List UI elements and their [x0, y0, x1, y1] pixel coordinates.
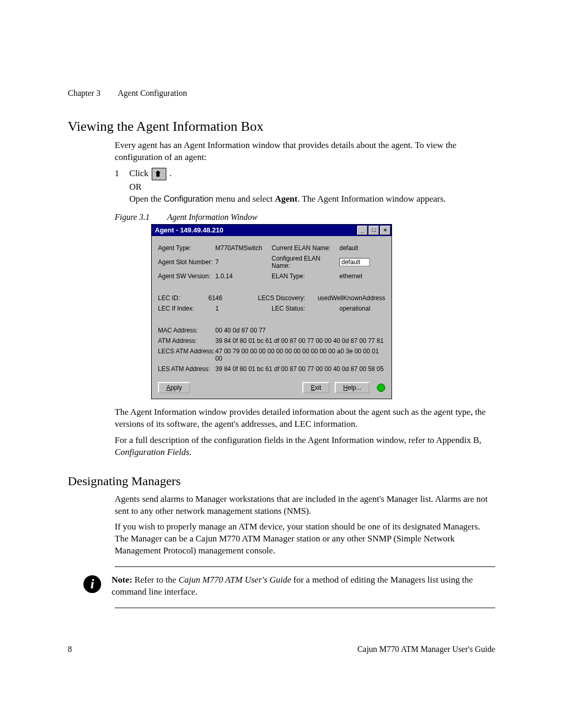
- help-button[interactable]: Help...: [335, 382, 370, 393]
- label-atm: ATM Address:: [158, 337, 215, 344]
- step-number: 1: [115, 168, 129, 180]
- value-lecs-discovery: usedWellKnownAddress: [317, 294, 385, 302]
- label-configured-elan: Configured ELAN Name:: [272, 255, 339, 269]
- chapter-label: Chapter 3: [68, 89, 101, 97]
- step-click-text: Click: [129, 168, 149, 178]
- label-lecs-discovery: LECS Discovery:: [258, 294, 317, 302]
- value-agent-sw: 1.0.14: [215, 273, 272, 280]
- value-agent-slot: 7: [215, 258, 272, 266]
- value-lecs-atm: 47 00 79 00 00 00 00 00 00 00 00 00 00 0…: [215, 348, 385, 362]
- page-header: Chapter 3 Agent Configuration: [68, 89, 495, 98]
- value-lec-if: 1: [215, 305, 272, 312]
- intro-paragraph: Every agent has an Agent Information win…: [115, 140, 495, 164]
- label-lec-id: LEC ID:: [158, 294, 209, 302]
- book-title: Cajun M770 ATM Manager User's Guide: [115, 645, 495, 654]
- value-lec-status: operational: [339, 305, 385, 312]
- maximize-button[interactable]: □: [369, 226, 379, 235]
- close-button[interactable]: ×: [380, 226, 390, 235]
- step-1: 1 Click .: [115, 168, 495, 180]
- label-mac: MAC Address:: [158, 327, 215, 334]
- value-atm: 39 84 0f 80 01 bc 61 df 00 87 00 77 00 0…: [215, 337, 385, 344]
- label-lecs-atm: LECS ATM Address:: [158, 348, 215, 362]
- note-guide-title: Cajun M770 ATM User's Guide: [178, 575, 291, 585]
- apply-button[interactable]: Apply: [158, 382, 190, 393]
- page-footer: 8 Cajun M770 ATM Manager User's Guide: [68, 645, 495, 654]
- value-mac: 00 40 0d 87 00 77: [215, 327, 385, 334]
- section-heading-viewing: Viewing the Agent Information Box: [68, 119, 495, 134]
- label-agent-slot: Agent Slot Number:: [158, 258, 215, 266]
- label-lec-status: LEC Status:: [272, 305, 339, 312]
- figure-title: Agent Information Window: [167, 213, 258, 221]
- value-agent-type: M770ATMSwitch: [215, 244, 272, 252]
- minimize-button[interactable]: _: [357, 226, 368, 235]
- after-fig-p1: The Agent Information window provides de…: [115, 406, 495, 430]
- note-label: Note:: [112, 575, 132, 585]
- or-text: OR: [129, 181, 495, 193]
- window-titlebar[interactable]: Agent - 149.49.48.210 _ □ ×: [152, 225, 391, 236]
- note-block: i Note: Refer to the Cajun M770 ATM User…: [68, 572, 495, 598]
- open-config-line: Open the Configuration menu and select A…: [129, 193, 495, 205]
- agent-information-window: Agent - 149.49.48.210 _ □ × Agent Type: …: [151, 224, 392, 399]
- designating-p1: Agents send alarms to Manager workstatio…: [115, 493, 495, 517]
- after-fig-p2: For a full description of the configurat…: [115, 435, 495, 459]
- figure-caption: Figure 3.1 Agent Information Window: [115, 213, 495, 222]
- agent-toolbar-icon[interactable]: [152, 168, 166, 180]
- label-current-elan: Current ELAN Name:: [272, 244, 339, 252]
- chapter-title: Agent Configuration: [118, 89, 187, 97]
- label-elan-type: ELAN Type:: [272, 273, 339, 280]
- agent-menu-word: Agent: [275, 194, 297, 204]
- status-led-icon: [377, 384, 385, 392]
- label-agent-type: Agent Type:: [158, 244, 215, 252]
- label-lec-if: LEC If Index:: [158, 305, 215, 312]
- step-period: .: [169, 168, 172, 178]
- exit-button[interactable]: Exit: [302, 382, 329, 393]
- value-current-elan: default: [339, 244, 385, 252]
- label-les-atm: LES ATM Address:: [158, 365, 215, 373]
- value-lec-id: 6146: [209, 294, 258, 302]
- page-number: 8: [68, 645, 115, 654]
- designating-p2: If you wish to properly manage an ATM de…: [115, 521, 495, 557]
- figure-number: Figure 3.1: [115, 213, 150, 221]
- window-title: Agent - 149.49.48.210: [155, 226, 357, 234]
- section-heading-designating: Designating Managers: [68, 474, 495, 488]
- label-agent-sw: Agent SW Version:: [158, 273, 215, 280]
- value-les-atm: 39 84 0f 80 01 bc 61 df 00 87 00 77 00 0…: [215, 365, 385, 373]
- configuration-menu-word: Configuration: [164, 194, 213, 203]
- info-icon: i: [83, 575, 101, 593]
- configured-elan-input[interactable]: default: [339, 258, 370, 266]
- value-elan-type: ethernet: [339, 273, 385, 280]
